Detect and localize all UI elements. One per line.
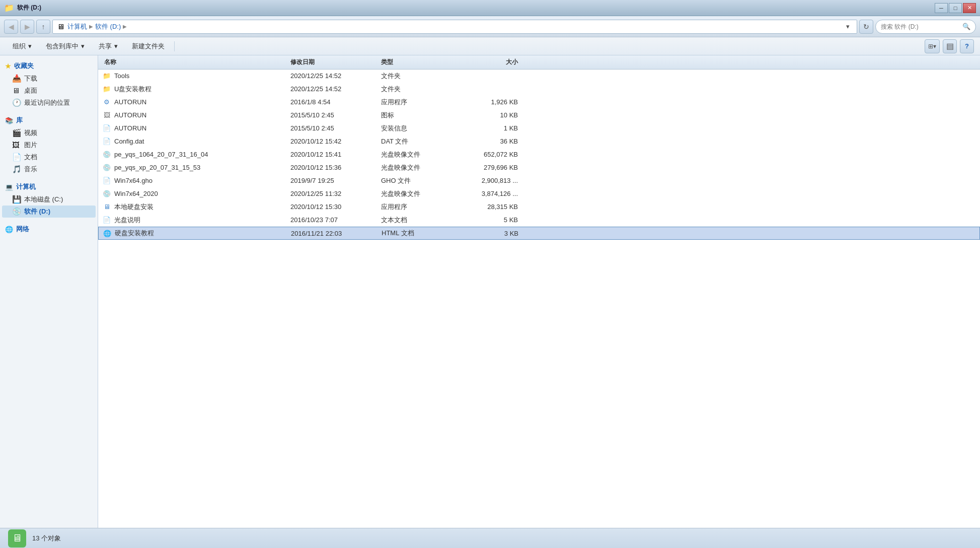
computer-header[interactable]: 💻 计算机 [2, 180, 96, 193]
file-date-cell: 2015/5/10 2:45 [288, 124, 379, 132]
column-header: 名称 修改日期 类型 大小 [98, 55, 980, 70]
file-size-cell: 279,696 KB [460, 164, 520, 171]
table-row[interactable]: 📁 Tools 2020/12/25 14:52 文件夹 [98, 70, 980, 83]
col-size-header[interactable]: 大小 [460, 58, 520, 66]
table-row[interactable]: 📄 Config.dat 2020/10/12 15:42 DAT 文件 36 … [98, 135, 980, 148]
file-icon: 🌐 [103, 229, 112, 238]
include-library-button[interactable]: 包含到库中 ▾ [39, 39, 91, 53]
table-row[interactable]: ⚙ AUTORUN 2016/1/8 4:54 应用程序 1,926 KB [98, 96, 980, 109]
sidebar-item-recent[interactable]: 🕐 最近访问的位置 [2, 97, 96, 109]
search-input[interactable] [881, 23, 959, 30]
file-name-text: pe_yqs_xp_20_07_31_15_53 [114, 164, 200, 171]
file-date-cell: 2020/12/25 14:52 [288, 85, 379, 93]
preview-pane-button[interactable]: ▤ [943, 39, 957, 53]
forward-button[interactable]: ▶ [20, 20, 34, 34]
sidebar-item-document[interactable]: 📄 文档 [2, 151, 96, 163]
separator-1: ▶ [89, 24, 93, 29]
table-row[interactable]: 🖼 AUTORUN 2015/5/10 2:45 图标 10 KB [98, 109, 980, 122]
toolbar-separator [174, 41, 175, 51]
computer-icon: 🖥 [57, 22, 64, 31]
file-type-cell: 文本文档 [379, 216, 460, 225]
table-row[interactable]: 💿 pe_yqs_1064_20_07_31_16_04 2020/10/12 … [98, 148, 980, 161]
main-layout: ★ 收藏夹 📥 下载 🖥 桌面 🕐 最近访问的位置 📚 库 [0, 55, 980, 528]
help-button[interactable]: ? [960, 39, 974, 53]
file-name-text: AUTORUN [114, 98, 146, 106]
preview-icon: ▤ [946, 41, 954, 51]
file-icon: 💿 [102, 163, 111, 172]
table-row[interactable]: 📄 光盘说明 2016/10/23 7:07 文本文档 5 KB [98, 214, 980, 227]
share-button[interactable]: 共享 ▾ [92, 39, 124, 53]
maximize-button[interactable]: □ [949, 3, 962, 13]
table-row[interactable]: 💿 Win7x64_2020 2020/12/25 11:32 光盘映像文件 3… [98, 187, 980, 200]
table-row[interactable]: 🌐 硬盘安装教程 2016/11/21 22:03 HTML 文档 3 KB [98, 227, 980, 240]
new-folder-button[interactable]: 新建文件夹 [125, 39, 171, 53]
view-icon: ⊞▾ [928, 43, 936, 50]
sidebar-item-downloads[interactable]: 📥 下载 [2, 73, 96, 85]
include-dropdown-icon: ▾ [81, 42, 85, 50]
file-type-cell: 光盘映像文件 [379, 163, 460, 172]
app-icon-symbol: 🖥 [12, 532, 22, 544]
back-button[interactable]: ◀ [4, 20, 18, 34]
separator-2: ▶ [123, 24, 127, 29]
picture-label: 图片 [24, 141, 37, 150]
col-name-header[interactable]: 名称 [102, 58, 288, 66]
file-size-cell: 28,315 KB [460, 203, 520, 211]
sidebar-section-computer: 💻 计算机 💾 本地磁盘 (C:) 💿 软件 (D:) [2, 180, 96, 218]
file-date-cell: 2016/10/23 7:07 [288, 216, 379, 224]
file-name-cell: 📄 Config.dat [102, 137, 288, 146]
file-date-cell: 2015/5/10 2:45 [288, 111, 379, 119]
document-icon: 📄 [12, 153, 21, 162]
file-icon: 📄 [102, 137, 111, 146]
table-row[interactable]: 🖥 本地硬盘安装 2020/10/12 15:30 应用程序 28,315 KB [98, 200, 980, 214]
file-name-cell: 📁 Tools [102, 72, 288, 81]
navbar: ◀ ▶ ↑ 🖥 计算机 ▶ 软件 (D:) ▶ ▾ ↻ 🔍 [0, 16, 980, 37]
breadcrumb-computer[interactable]: 计算机 [67, 22, 87, 31]
col-date-header[interactable]: 修改日期 [288, 58, 379, 66]
table-row[interactable]: 💿 pe_yqs_xp_20_07_31_15_53 2020/10/12 15… [98, 161, 980, 174]
refresh-button[interactable]: ↻ [859, 20, 873, 34]
col-date-label: 修改日期 [290, 58, 315, 65]
sidebar-item-picture[interactable]: 🖼 图片 [2, 139, 96, 151]
sidebar-item-music[interactable]: 🎵 音乐 [2, 163, 96, 175]
col-size-label: 大小 [506, 58, 518, 65]
network-header[interactable]: 🌐 网络 [2, 223, 96, 236]
file-name-cell: 💿 Win7x64_2020 [102, 189, 288, 198]
file-size-cell: 3,874,126 ... [460, 190, 520, 197]
titlebar-icon: 📁 [4, 3, 14, 13]
organize-button[interactable]: 组织 ▾ [6, 39, 38, 53]
sidebar-section-network: 🌐 网络 [2, 223, 96, 236]
file-size-cell: 652,072 KB [460, 151, 520, 158]
sidebar-item-drive-c[interactable]: 💾 本地磁盘 (C:) [2, 193, 96, 206]
col-type-header[interactable]: 类型 [379, 58, 460, 66]
sidebar-item-desktop[interactable]: 🖥 桌面 [2, 85, 96, 97]
breadcrumb-drive[interactable]: 软件 (D:) [95, 22, 121, 31]
file-icon: 🖼 [102, 111, 111, 120]
picture-icon: 🖼 [12, 141, 21, 150]
view-toggle-button[interactable]: ⊞▾ [925, 39, 940, 53]
minimize-button[interactable]: ─ [935, 3, 948, 13]
address-bar: 🖥 计算机 ▶ 软件 (D:) ▶ ▾ [52, 20, 857, 34]
file-icon: 📄 [102, 176, 111, 185]
table-row[interactable]: 📄 Win7x64.gho 2019/9/7 19:25 GHO 文件 2,90… [98, 174, 980, 187]
network-label: 网络 [16, 225, 29, 234]
recent-label: 最近访问的位置 [24, 98, 70, 107]
file-name-text: Win7x64_2020 [114, 190, 158, 197]
titlebar-title: 软件 (D:) [17, 4, 41, 12]
up-button[interactable]: ↑ [36, 20, 50, 34]
library-header[interactable]: 📚 库 [2, 114, 96, 127]
file-name-text: AUTORUN [114, 124, 146, 132]
music-label: 音乐 [24, 165, 37, 174]
table-row[interactable]: 📁 U盘安装教程 2020/12/25 14:52 文件夹 [98, 83, 980, 96]
file-icon: ⚙ [102, 98, 111, 107]
sidebar-item-drive-d[interactable]: 💿 软件 (D:) [2, 206, 96, 218]
file-name-cell: 🖼 AUTORUN [102, 111, 288, 120]
file-name-text: 光盘说明 [114, 216, 140, 225]
address-dropdown[interactable]: ▾ [843, 20, 853, 33]
table-row[interactable]: 📄 AUTORUN 2015/5/10 2:45 安装信息 1 KB [98, 122, 980, 135]
file-type-cell: 光盘映像文件 [379, 150, 460, 159]
file-type-cell: 光盘映像文件 [379, 189, 460, 198]
sidebar-item-video[interactable]: 🎬 视频 [2, 127, 96, 139]
close-button[interactable]: ✕ [963, 3, 976, 13]
favorites-header[interactable]: ★ 收藏夹 [2, 59, 96, 73]
share-dropdown-icon: ▾ [114, 42, 118, 50]
